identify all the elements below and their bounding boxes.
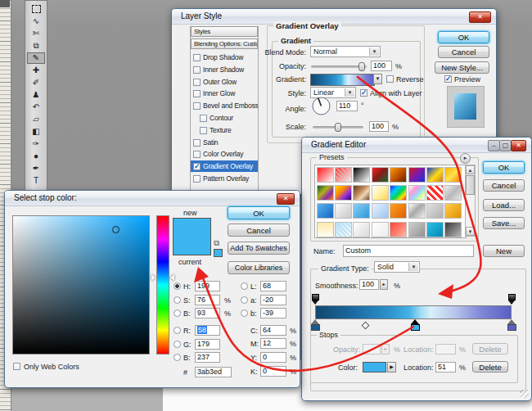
presets-menu-button[interactable]: ▸ (460, 153, 471, 164)
gradient-preset[interactable] (444, 203, 462, 219)
gradient-preset[interactable] (408, 185, 426, 201)
eraser-tool[interactable]: ▱ (27, 114, 45, 125)
value-input[interactable]: 12 (260, 338, 286, 349)
value-input[interactable]: 64 (260, 325, 286, 336)
value-input[interactable]: -39 (260, 308, 286, 318)
styles-header[interactable]: Styles (191, 26, 258, 37)
radio-button[interactable] (241, 309, 248, 317)
opacity-input[interactable]: 100 (371, 61, 392, 71)
style-item-contour[interactable]: Contour (191, 112, 258, 124)
gradient-preset[interactable] (390, 222, 407, 237)
gradient-preset[interactable] (426, 167, 444, 183)
scale-slider[interactable] (313, 126, 363, 129)
gradient-preset[interactable] (353, 167, 370, 183)
new-button[interactable]: New (483, 245, 525, 257)
opacity-slider[interactable] (311, 65, 367, 68)
value-input[interactable]: 0 (260, 352, 286, 363)
hex-input[interactable]: 3ab3ed (195, 367, 232, 377)
gradient-preset[interactable] (408, 222, 426, 237)
checkbox[interactable] (193, 175, 201, 183)
style-item-color-overlay[interactable]: Color Overlay (191, 148, 258, 160)
dodge-tool[interactable]: ● (27, 151, 45, 162)
checkbox[interactable] (193, 66, 201, 74)
style-item-inner-shadow[interactable]: Inner Shadow (191, 64, 258, 75)
gradient-preset[interactable] (408, 167, 426, 183)
stop-location-input[interactable]: 51 (435, 362, 456, 373)
gradient-preset[interactable] (372, 167, 389, 183)
delete-color-stop-button[interactable]: Delete (472, 361, 508, 373)
gradient-preset[interactable] (372, 185, 389, 201)
color-libraries-button[interactable]: Color Libraries (228, 261, 290, 274)
align-with-layer-checkbox[interactable]: ✓ (360, 89, 367, 97)
gradient-preset[interactable] (335, 185, 352, 201)
save-button[interactable]: Save... (483, 217, 525, 229)
gradient-name-input[interactable]: Custom (343, 245, 474, 257)
gradient-preset[interactable] (317, 203, 334, 219)
smudge-tool[interactable]: ✑ (27, 138, 45, 150)
scrollbar-thumb[interactable] (466, 175, 475, 195)
hue-marker-right-icon[interactable] (170, 274, 174, 281)
style-item-inner-glow[interactable]: Inner Glow (191, 88, 258, 99)
add-to-swatches-button[interactable]: Add To Swatches (228, 242, 290, 255)
slice-tool[interactable]: ✄ (27, 28, 45, 39)
pen-tool[interactable]: ✒ (27, 163, 45, 174)
gradient-preset[interactable] (390, 203, 407, 219)
style-item-gradient-overlay[interactable]: ✓Gradient Overlay (191, 160, 258, 172)
gradient-preset[interactable] (444, 167, 462, 183)
gradient-preset[interactable] (426, 222, 444, 237)
lasso-tool[interactable]: ∿ (27, 16, 45, 27)
gradient-preset[interactable] (408, 203, 426, 219)
checkbox[interactable] (193, 79, 201, 86)
resize-grip[interactable] (521, 390, 529, 398)
only-web-colors-checkbox[interactable] (13, 363, 20, 370)
color-picker-titlebar[interactable]: Select stop color: (5, 191, 300, 206)
crop-tool[interactable]: ⧉ (27, 40, 45, 52)
stop-color-swatch[interactable] (363, 362, 386, 373)
close-icon[interactable]: ✕ (469, 11, 491, 23)
gradient-preset[interactable] (444, 185, 462, 201)
gradient-picker-arrow[interactable]: ▼ (373, 74, 382, 84)
scale-input[interactable]: 100 (369, 121, 389, 132)
style-item-outer-glow[interactable]: Outer Glow (191, 76, 258, 88)
gradient-preset[interactable] (390, 167, 407, 183)
checkbox[interactable] (193, 151, 201, 158)
gradient-preset[interactable] (317, 167, 334, 183)
gradient-preset[interactable] (335, 203, 352, 219)
ok-button[interactable]: OK (483, 161, 525, 174)
gradient-preset[interactable] (444, 222, 462, 237)
color-stop[interactable] (507, 319, 516, 331)
gradient-preset[interactable] (372, 222, 389, 237)
maximize-icon[interactable]: ▢ (499, 140, 512, 151)
checkbox[interactable] (200, 127, 207, 134)
gradient-preset[interactable] (317, 222, 334, 237)
gamut-warning-cube-icon[interactable]: ⧉ (214, 238, 219, 248)
smoothness-spinner[interactable]: ▸ (380, 279, 388, 290)
history-brush-tool[interactable]: ↶ (27, 102, 45, 113)
style-item-texture[interactable]: Texture (191, 124, 258, 136)
style-item-drop-shadow[interactable]: Drop Shadow (191, 52, 258, 63)
close-icon[interactable]: ✕ (277, 193, 295, 205)
gradient-preset[interactable] (335, 167, 352, 183)
hue-marker-left-icon[interactable] (151, 274, 156, 281)
gamut-swatch[interactable] (214, 249, 223, 257)
color-stop[interactable] (311, 319, 320, 331)
minimize-icon[interactable]: – (488, 140, 500, 151)
cancel-button[interactable]: Cancel (228, 224, 290, 237)
scroll-up-icon[interactable]: ▲ (466, 165, 475, 174)
value-input[interactable]: -20 (260, 295, 286, 305)
angle-dial[interactable] (311, 96, 331, 116)
scroll-down-icon[interactable]: ▼ (466, 227, 475, 236)
angle-input[interactable]: 110 (336, 101, 358, 111)
stop-color-menu-arrow[interactable]: ▶ (387, 362, 396, 373)
gradient-preset[interactable] (353, 203, 370, 219)
load-button[interactable]: Load... (483, 199, 525, 211)
value-input[interactable]: 68 (260, 281, 286, 291)
ok-button[interactable]: OK (228, 206, 290, 219)
checkbox[interactable] (193, 139, 201, 147)
new-style-button[interactable]: New Style... (435, 61, 489, 74)
preview-checkbox[interactable]: ✓ (444, 75, 452, 83)
opacity-slider-thumb[interactable] (358, 62, 365, 71)
scale-slider-thumb[interactable] (335, 123, 341, 132)
radio-button[interactable] (241, 296, 248, 304)
style-item-satin[interactable]: Satin (191, 137, 258, 148)
